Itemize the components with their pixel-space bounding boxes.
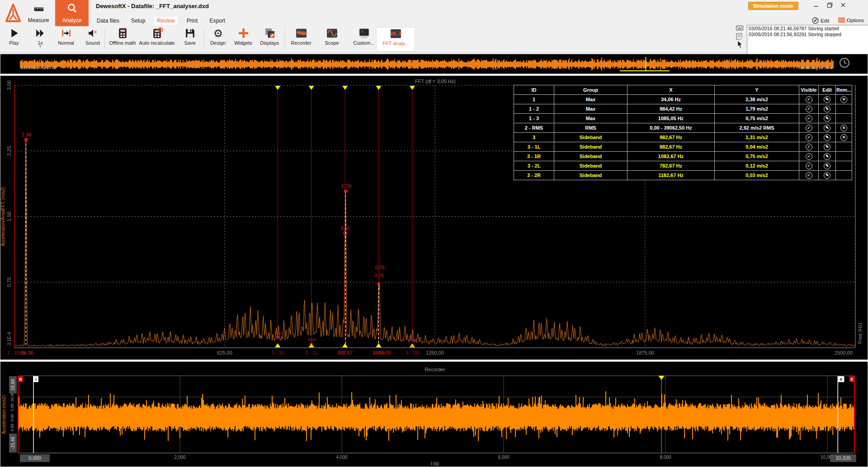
column-header: Y — [715, 85, 799, 95]
toolbar-button-fft-analy[interactable]: 26.3FFT analy... — [376, 27, 415, 51]
marker-table[interactable]: IDGroupXYVisibleEditRem...1Max34,06 Hz2,… — [514, 85, 852, 180]
magnifier-icon — [66, 3, 78, 14]
remove-marker-icon[interactable]: ✕ — [840, 134, 847, 141]
svg-text:-15,46: -15,46 — [10, 436, 15, 449]
visible-toggle-icon[interactable]: ✓ — [806, 144, 812, 150]
edit-button[interactable]: Edit — [812, 17, 829, 24]
svg-text:1,31: 1,31 — [340, 225, 350, 231]
menu-item-print[interactable]: Print — [184, 17, 201, 25]
table-row[interactable]: 1 - 3Max1085,05 Hz0,75 m/s2✓✎ — [514, 114, 852, 123]
notes-icon[interactable] — [736, 33, 742, 40]
svg-text:Acceleration (m/s2): Acceleration (m/s2) — [1, 395, 6, 434]
visible-toggle-icon[interactable]: ✓ — [806, 115, 812, 122]
visible-toggle-icon[interactable]: ✓ — [806, 96, 812, 103]
simulation-mode-badge: Simulation mode — [748, 2, 798, 10]
toolbar-button-label: Save — [184, 40, 195, 46]
toolbar-button-label: Auto recalculate — [139, 40, 175, 46]
table-cell: ✓ — [799, 171, 819, 180]
edit-marker-icon[interactable]: ✎ — [824, 125, 830, 131]
svg-text:2,000: 2,000 — [174, 455, 185, 460]
column-header: ID — [514, 85, 554, 95]
edit-marker-icon[interactable]: ✎ — [824, 106, 830, 112]
table-row[interactable]: 3 - 2LSideband782,67 Hz0,12 m/s2✓✎ — [514, 161, 852, 171]
table-row[interactable]: 3 - 1RSideband1082,67 Hz0,75 m/s2✓✎ — [514, 152, 852, 161]
edit-pencil-icon — [812, 17, 819, 24]
table-cell: ✓ — [799, 104, 819, 114]
svg-text:26.3: 26.3 — [390, 31, 401, 36]
clock-icon[interactable] — [839, 57, 850, 68]
edit-marker-icon[interactable]: ✎ — [824, 115, 830, 122]
visible-toggle-icon[interactable]: ✓ — [806, 163, 812, 169]
table-cell: ✓ — [799, 123, 819, 133]
table-cell — [836, 114, 852, 123]
menu-item-data-files[interactable]: Data files — [94, 17, 122, 25]
table-cell: ✎ — [819, 161, 836, 171]
edit-marker-icon[interactable]: ✎ — [824, 134, 830, 141]
event-log[interactable]: 03/05/2016 08:21:46,59787 Storing starte… — [747, 25, 868, 56]
table-cell: ✕ — [836, 95, 852, 104]
table-cell: 2,38 m/s2 — [715, 95, 799, 104]
visible-toggle-icon[interactable]: ✓ — [806, 125, 812, 131]
svg-text:0,03: 0,03 — [409, 338, 417, 343]
minimize-button[interactable] — [809, 1, 823, 9]
options-button[interactable]: Options — [838, 17, 864, 23]
table-row[interactable]: 3Sideband982,67 Hz1,31 m/s2✓✎✕ — [514, 133, 852, 142]
svg-text:I: I — [35, 377, 37, 382]
menu-item-setup[interactable]: Setup — [128, 17, 148, 25]
table-row[interactable]: 3 - 2RSideband1182,67 Hz0,03 m/s2✓✎ — [514, 171, 852, 180]
close-icon[interactable] — [836, 1, 850, 9]
table-cell: ✎ — [819, 142, 836, 152]
svg-text:0,75: 0,75 — [375, 265, 385, 270]
edit-marker-icon[interactable]: ✎ — [824, 172, 830, 179]
table-cell: 1085,05 Hz — [627, 114, 715, 123]
edit-marker-icon[interactable]: ✎ — [824, 153, 830, 160]
edit-marker-icon[interactable]: ✎ — [824, 96, 830, 103]
toolbar-button-auto-recalculate[interactable]: Auto recalculate — [138, 27, 176, 51]
table-cell: 2,92 m/s2 RMS — [715, 123, 799, 133]
tab-analyze[interactable]: Analyze — [55, 0, 89, 26]
table-cell: 0,75 m/s2 — [715, 152, 799, 161]
svg-text:2,25: 2,25 — [6, 146, 12, 155]
menu-item-review[interactable]: Review — [154, 17, 177, 25]
menu-item-export[interactable]: Export — [207, 17, 228, 25]
visible-toggle-icon[interactable]: ✓ — [806, 172, 812, 179]
keyboard-icon[interactable] — [736, 25, 743, 31]
table-row[interactable]: 1 - 2Max984,42 Hz1,79 m/s2✓✎ — [514, 104, 852, 114]
table-row[interactable]: 2 - RMSRMS0,00 - 39062,50 Hz2,92 m/s2 RM… — [514, 123, 852, 133]
terminal-icon: >_ — [358, 27, 370, 39]
visible-toggle-icon[interactable]: ✓ — [806, 106, 812, 112]
normal-replay-icon — [60, 27, 72, 39]
svg-text:Freq (Hz): Freq (Hz) — [857, 323, 863, 344]
table-cell: 3 - 1L — [514, 142, 554, 152]
svg-text:1250,00: 1250,00 — [426, 350, 444, 355]
table-cell: 1,31 m/s2 — [715, 133, 799, 142]
svg-text:18,84: 18,84 — [10, 379, 15, 390]
table-cell — [836, 171, 852, 180]
remove-marker-icon[interactable]: ✕ — [840, 96, 847, 103]
table-cell: 1 - 3 — [514, 114, 554, 123]
toolbar-button-label: Widgets — [234, 40, 252, 46]
table-cell: 782,67 Hz — [627, 161, 715, 171]
toolbar-button-offline-math[interactable]: Offline math — [104, 27, 142, 51]
remove-marker-icon[interactable]: ✕ — [840, 125, 847, 131]
table-cell: ✎ — [819, 171, 836, 180]
chevron-down-icon[interactable]: ▾ — [39, 46, 41, 47]
tab-measure[interactable]: Measure — [24, 0, 53, 26]
table-cell: 1 — [514, 95, 554, 104]
table-cell: 1182,67 Hz — [627, 171, 715, 180]
table-cell — [836, 161, 852, 171]
restore-button[interactable] — [823, 1, 836, 9]
dewesoft-window: Measure Analyze DewesoftX - Datafile: _F… — [0, 0, 868, 467]
scope-icon — [326, 27, 338, 39]
table-row[interactable]: 3 - 1LSideband882,67 Hz0,04 m/s2✓✎ — [514, 142, 852, 152]
table-cell: 0,03 m/s2 — [715, 171, 799, 180]
toolbar-button-label: Play — [9, 40, 19, 46]
edit-marker-icon[interactable]: ✎ — [824, 144, 830, 150]
table-cell — [836, 142, 852, 152]
edit-marker-icon[interactable]: ✎ — [824, 163, 830, 169]
visible-toggle-icon[interactable]: ✓ — [806, 153, 812, 160]
toolbar-button-label: Offline math — [109, 40, 136, 46]
mouse-cursor-icon — [737, 41, 743, 48]
visible-toggle-icon[interactable]: ✓ — [806, 134, 812, 141]
table-row[interactable]: 1Max34,06 Hz2,38 m/s2✓✎✕ — [514, 95, 852, 104]
